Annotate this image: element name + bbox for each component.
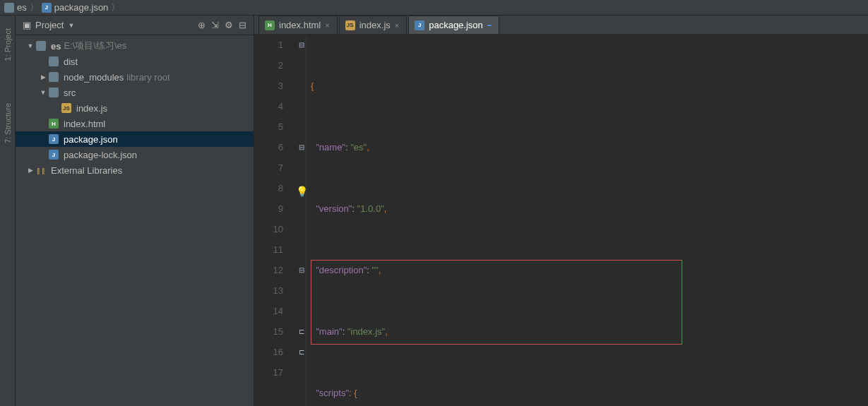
chevron-down-icon[interactable]: ▼ bbox=[68, 22, 74, 29]
tree-label: package-lock.json bbox=[64, 150, 137, 160]
code-text: "1.0.0" bbox=[357, 203, 384, 214]
js-file-icon: JS bbox=[61, 102, 72, 114]
chevron-right-icon[interactable]: ▶ bbox=[27, 167, 34, 174]
line-number: 4 bbox=[254, 96, 283, 117]
tree-node-node-modules[interactable]: ▶ node_modules library root bbox=[16, 69, 254, 85]
tree-label: package.json bbox=[64, 134, 118, 145]
tree-root-path: E:\项目\练习\es bbox=[64, 40, 126, 52]
tree-node-packagejson[interactable]: J package.json bbox=[16, 131, 254, 147]
code-text: "index.js" bbox=[347, 326, 385, 337]
tab-label: index.js bbox=[359, 20, 391, 30]
code-text: "version" bbox=[311, 203, 352, 214]
library-root-tag: library root bbox=[126, 72, 170, 83]
fold-open-icon[interactable]: ⊟ bbox=[298, 266, 305, 273]
tree-external-libraries[interactable]: ▶ ⫿⫿ External Libraries bbox=[16, 162, 254, 178]
line-number: 16 bbox=[254, 342, 283, 362]
code-text: "es" bbox=[350, 142, 367, 153]
breadcrumb: es 〉 J package.json 〉 bbox=[0, 0, 868, 16]
line-number: 5 bbox=[254, 117, 283, 137]
locate-icon[interactable]: ⊕ bbox=[198, 20, 206, 30]
fold-close-icon[interactable]: ⊏ bbox=[298, 328, 305, 335]
line-number: 3 bbox=[254, 76, 283, 96]
chevron-right-icon[interactable]: ▶ bbox=[40, 73, 47, 80]
tree-label: dist bbox=[64, 56, 78, 67]
tree-root[interactable]: ▼ es E:\项目\练习\es bbox=[16, 38, 254, 54]
fold-gutter: ⊟ ⊟ ⊏ ⊟ ⊏ ⊏ 💡 bbox=[297, 35, 307, 406]
code-content[interactable]: { "name": "es", "version": "1.0.0", "des… bbox=[307, 35, 868, 406]
line-number: 6 bbox=[254, 137, 283, 157]
folder-icon bbox=[48, 87, 59, 98]
code-text: , bbox=[385, 326, 388, 337]
tree-node-src[interactable]: ▼ src bbox=[16, 85, 254, 100]
code-text: : { bbox=[349, 388, 357, 398]
editor-area: H index.html × JS index.js × J package.j… bbox=[254, 16, 868, 406]
code-text: , bbox=[367, 142, 369, 153]
line-number: 2 bbox=[254, 55, 283, 76]
tree-label: External Libraries bbox=[51, 165, 122, 176]
collapse-icon[interactable]: ⇲ bbox=[211, 20, 219, 30]
code-text: "" bbox=[372, 265, 379, 275]
chevron-right-icon: 〉 bbox=[30, 1, 39, 14]
code-editor[interactable]: 1 2 3 4 5 6 7 8 9 10 11 12 13 14 15 16 1… bbox=[254, 35, 868, 406]
project-tool-window: ▣ Project ▼ ⊕ ⇲ ⚙ ⊟ ▼ es E:\项目\练习\es dis… bbox=[16, 16, 254, 406]
tree-label: index.html bbox=[64, 119, 105, 129]
json-file-icon: J bbox=[48, 133, 59, 145]
tab-package-json[interactable]: J package.json bbox=[408, 16, 499, 34]
fold-close-icon[interactable]: ⊏ bbox=[298, 348, 305, 355]
tab-label: index.html bbox=[279, 20, 321, 30]
html-file-icon: H bbox=[265, 20, 275, 30]
rail-project[interactable]: 1: Project bbox=[4, 28, 12, 61]
sidebar-title: Project bbox=[35, 20, 64, 30]
folder-icon bbox=[48, 56, 59, 67]
fold-open-icon[interactable]: ⊟ bbox=[298, 41, 305, 48]
line-number: 8 bbox=[254, 178, 283, 198]
fold-open-icon[interactable]: ⊟ bbox=[298, 143, 305, 150]
breadcrumb-file[interactable]: package.json bbox=[54, 2, 109, 13]
line-number: 13 bbox=[254, 280, 283, 301]
project-tree: ▼ es E:\项目\练习\es dist ▶ node_modules lib… bbox=[16, 35, 254, 178]
line-number: 1 bbox=[254, 35, 283, 55]
tab-index-js[interactable]: JS index.js × bbox=[339, 16, 408, 34]
code-text: "scripts" bbox=[311, 388, 349, 398]
code-text: , bbox=[384, 203, 387, 214]
folder-icon bbox=[35, 40, 47, 52]
line-number: 17 bbox=[254, 362, 283, 383]
chevron-down-icon[interactable]: ▼ bbox=[27, 42, 34, 49]
editor-tabs: H index.html × JS index.js × J package.j… bbox=[254, 16, 868, 35]
code-text: "main" bbox=[311, 326, 343, 337]
js-file-icon: JS bbox=[345, 20, 355, 30]
line-number: 14 bbox=[254, 301, 283, 321]
tree-node-indexhtml[interactable]: H index.html bbox=[16, 116, 254, 131]
tree-node-indexjs[interactable]: JS index.js bbox=[16, 100, 254, 116]
close-icon[interactable]: × bbox=[395, 21, 399, 30]
hide-icon[interactable]: ⊟ bbox=[239, 20, 246, 30]
chevron-right-icon: 〉 bbox=[111, 1, 120, 14]
project-icon: ▣ bbox=[23, 20, 31, 30]
code-text: "name" bbox=[311, 142, 345, 153]
json-file-icon: J bbox=[415, 20, 424, 30]
line-number: 11 bbox=[254, 239, 283, 260]
chevron-down-icon[interactable]: ▼ bbox=[40, 89, 47, 96]
gear-icon[interactable]: ⚙ bbox=[225, 20, 233, 30]
rail-structure[interactable]: 7: Structure bbox=[4, 103, 12, 143]
folder-icon bbox=[48, 71, 59, 83]
line-number: 10 bbox=[254, 219, 283, 239]
line-number: 12 bbox=[254, 260, 283, 280]
json-file-icon: J bbox=[48, 149, 59, 160]
modified-indicator-icon[interactable] bbox=[487, 25, 492, 26]
code-text: : bbox=[352, 203, 357, 214]
json-file-icon: J bbox=[42, 3, 52, 13]
sidebar-header: ▣ Project ▼ ⊕ ⇲ ⚙ ⊟ bbox=[16, 16, 254, 35]
line-number: 7 bbox=[254, 157, 283, 178]
tree-node-packagelock[interactable]: J package-lock.json bbox=[16, 147, 254, 162]
libraries-icon: ⫿⫿ bbox=[35, 165, 47, 176]
tool-rail: 1: Project 7: Structure bbox=[0, 16, 16, 406]
tree-label: index.js bbox=[76, 103, 107, 114]
close-icon[interactable]: × bbox=[325, 21, 329, 30]
tab-index-html[interactable]: H index.html × bbox=[258, 16, 338, 34]
tree-node-dist[interactable]: dist bbox=[16, 54, 254, 69]
tree-label: src bbox=[64, 88, 76, 98]
tree-label: node_modules bbox=[64, 72, 124, 83]
breadcrumb-root[interactable]: es bbox=[17, 2, 27, 13]
code-text: "description" bbox=[311, 265, 367, 275]
